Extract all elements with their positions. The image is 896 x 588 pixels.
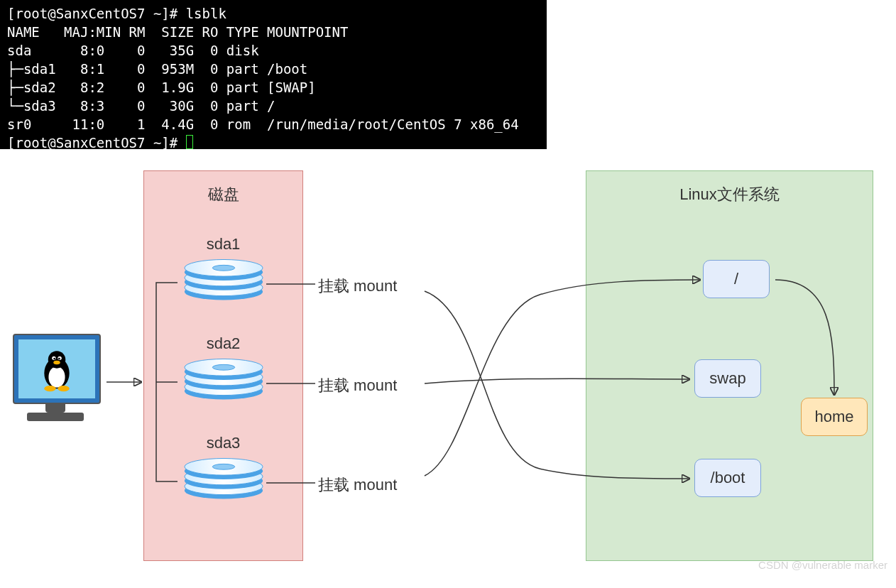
mount-label: 挂载 mount xyxy=(318,474,397,496)
svg-point-8 xyxy=(44,386,55,391)
svg-point-7 xyxy=(53,360,60,364)
lsblk-row: ├─sda1 8:1 0 953M 0 part /boot xyxy=(7,61,307,77)
mount-label: 挂载 mount xyxy=(318,375,397,396)
disk-sda2: sda2 xyxy=(181,334,266,401)
disk-label: sda2 xyxy=(181,334,266,353)
svg-point-30 xyxy=(212,464,234,469)
svg-point-16 xyxy=(212,265,234,271)
prompt: [root@SanxCentOS7 ~]# xyxy=(7,135,186,151)
computer-icon xyxy=(6,334,105,433)
disk-panel-title: 磁盘 xyxy=(144,184,302,205)
svg-point-2 xyxy=(48,351,65,368)
prompt: [root@SanxCentOS7 ~]# xyxy=(7,6,186,21)
terminal-output: [root@SanxCentOS7 ~]# lsblk NAME MAJ:MIN… xyxy=(0,0,547,149)
fs-panel-title: Linux文件系统 xyxy=(586,184,873,205)
svg-point-9 xyxy=(58,386,69,391)
fs-home-box: home xyxy=(801,398,868,436)
lsblk-row: ├─sda2 8:2 0 1.9G 0 part [SWAP] xyxy=(7,80,316,95)
disk-sda1: sda1 xyxy=(181,235,266,302)
fs-swap-label: swap xyxy=(709,369,745,388)
disk-platters-icon xyxy=(181,357,266,401)
lsblk-row: sr0 11:0 1 4.4G 0 rom /run/media/root/Ce… xyxy=(7,116,519,132)
mount-label: 挂载 mount xyxy=(318,276,397,297)
svg-point-6 xyxy=(58,357,60,359)
disk-platters-icon xyxy=(181,258,266,302)
disk-label: sda3 xyxy=(181,434,266,452)
fs-root-label: / xyxy=(734,270,738,288)
tux-penguin-icon xyxy=(33,345,81,393)
svg-point-23 xyxy=(212,364,234,370)
disk-label: sda1 xyxy=(181,235,266,254)
watermark: CSDN @vulnerable marker xyxy=(758,559,887,571)
fs-root-box: / xyxy=(703,260,770,298)
diagram-area: 磁盘 sda1 sda2 xyxy=(0,170,896,575)
fs-swap-box: swap xyxy=(694,359,761,398)
disk-sda3: sda3 xyxy=(181,434,266,501)
lsblk-header: NAME MAJ:MIN RM SIZE RO TYPE MOUNTPOINT xyxy=(7,24,348,40)
fs-home-label: home xyxy=(814,408,853,426)
lsblk-row: sda 8:0 0 35G 0 disk xyxy=(7,43,267,58)
svg-point-5 xyxy=(53,357,55,359)
monitor xyxy=(13,334,101,404)
screen xyxy=(18,339,95,398)
disk-platters-icon xyxy=(181,457,266,501)
fs-boot-box: /boot xyxy=(694,459,761,497)
fs-boot-label: /boot xyxy=(711,469,745,487)
disk-panel: 磁盘 sda1 sda2 xyxy=(143,170,303,561)
monitor-base xyxy=(27,413,84,421)
lsblk-row: └─sda3 8:3 0 30G 0 part / xyxy=(7,98,275,114)
monitor-stand xyxy=(45,403,65,413)
cursor-icon xyxy=(186,135,193,149)
command: lsblk xyxy=(186,6,226,21)
svg-point-1 xyxy=(48,366,65,387)
